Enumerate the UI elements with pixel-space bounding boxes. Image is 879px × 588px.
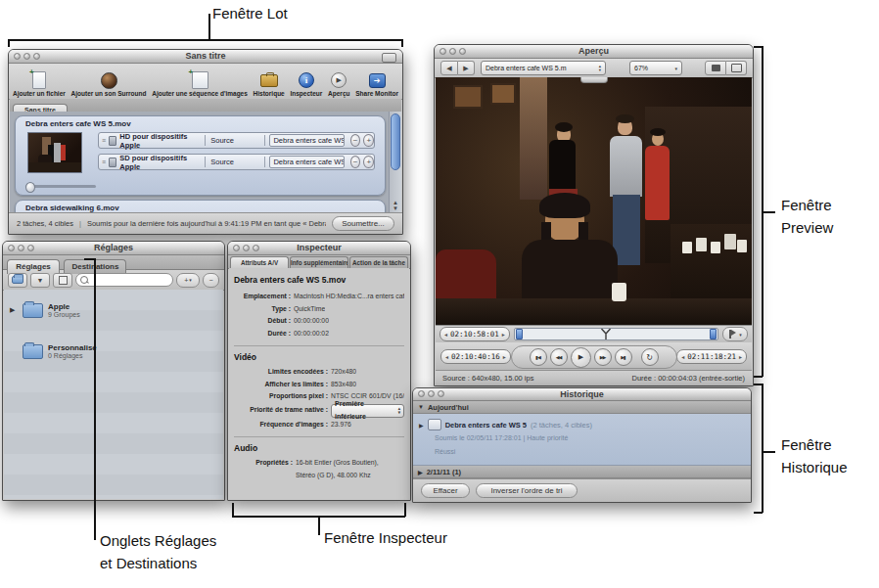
preview-transport: ◂ 02:10:40:16 ▸ H ▮◀ ◀◀ ▶ ▶▶ ▶▮ ↻ H ◂ 02… bbox=[436, 342, 752, 370]
zoom-button[interactable] bbox=[438, 390, 444, 397]
preview-titlebar[interactable]: Aperçu bbox=[435, 45, 753, 59]
source-view-button[interactable] bbox=[705, 61, 726, 75]
playhead-icon[interactable] bbox=[600, 329, 612, 339]
new-group-button[interactable] bbox=[8, 273, 27, 288]
disclosure-icon[interactable]: ▶ bbox=[418, 469, 423, 475]
disclosure-icon[interactable]: ▶ bbox=[419, 422, 424, 429]
target-output-field[interactable]: Debra enters cafe WS ... bbox=[269, 156, 344, 168]
history-entry[interactable]: ▶ Debra enters cafe WS 5 (2 tâches, 4 ci… bbox=[413, 414, 751, 466]
history-button[interactable]: Historique bbox=[254, 71, 285, 97]
close-button[interactable] bbox=[233, 245, 240, 251]
remove-target-button[interactable]: − bbox=[350, 134, 361, 147]
batch-scrollbar[interactable]: ▲ ▼ bbox=[389, 112, 401, 212]
duplicate-icon bbox=[59, 276, 68, 285]
fast-forward-button[interactable]: ▶▶ bbox=[594, 348, 612, 366]
disclosure-icon[interactable]: ▶ bbox=[10, 306, 18, 314]
minimize-button[interactable] bbox=[23, 53, 30, 60]
history-group-today[interactable]: ▼ Aujourd'hui bbox=[413, 401, 751, 414]
group-name: Personnalisé bbox=[48, 343, 97, 352]
zoom-button[interactable] bbox=[33, 53, 40, 60]
clear-button[interactable]: Effacer bbox=[421, 483, 470, 498]
zoom-button[interactable] bbox=[253, 245, 259, 251]
remove-target-button[interactable]: − bbox=[350, 156, 361, 168]
inspector-titlebar[interactable]: Inspecteur bbox=[228, 242, 410, 255]
scroll-down-icon[interactable]: ▼ bbox=[393, 205, 398, 211]
close-button[interactable] bbox=[440, 48, 446, 55]
in-point-marker[interactable] bbox=[516, 329, 523, 339]
source-popup[interactable]: Debra enters cafe WS 5.m ▴▾ bbox=[481, 61, 606, 75]
job-card[interactable]: Debra sidewalking 6.mov ≡ − + bbox=[15, 200, 386, 212]
history-titlebar[interactable]: Historique bbox=[413, 388, 751, 401]
batch-toolbar: Ajouter un fichier Ajouter un son Surrou… bbox=[9, 64, 402, 100]
scene-shape bbox=[645, 146, 670, 220]
row-grip-icon[interactable]: ≡ bbox=[102, 158, 106, 165]
add-file-button[interactable]: Ajouter un fichier bbox=[13, 71, 66, 97]
add-surround-button[interactable]: Ajouter un son Surround bbox=[71, 71, 147, 97]
tab-additional-info[interactable]: Info supplémentaires bbox=[290, 256, 348, 268]
callout-history-tick bbox=[762, 451, 775, 453]
history-group-older[interactable]: ▶ 2/11/11 (1) bbox=[413, 466, 751, 478]
batch-titlebar[interactable]: Sans titre bbox=[9, 50, 402, 64]
close-button[interactable] bbox=[14, 53, 21, 60]
playhead-timecode-field[interactable]: ◂ 02:10:58:01 ▸ bbox=[440, 327, 510, 341]
zoom-popup[interactable]: 67% ▾ bbox=[629, 61, 682, 75]
previous-frame-button[interactable]: ▮◀ bbox=[530, 348, 547, 366]
add-image-sequence-button[interactable]: Ajouter une séquence d'images bbox=[152, 71, 248, 97]
scrollbar-thumb[interactable] bbox=[391, 113, 400, 170]
scrubber-track[interactable] bbox=[514, 328, 718, 340]
step-forward-icon[interactable]: ▸ bbox=[502, 331, 505, 338]
minimize-button[interactable] bbox=[18, 245, 24, 251]
rewind-button[interactable]: ◀◀ bbox=[550, 348, 568, 366]
tab-av-attributes[interactable]: Attributs A/V bbox=[230, 256, 289, 268]
out-timecode-field[interactable]: ◂ 02:11:18:21 ▸ bbox=[676, 349, 747, 364]
remove-setting-button[interactable]: − bbox=[203, 273, 219, 288]
settings-group-row[interactable]: ▶ Apple 9 Groupes bbox=[4, 290, 223, 331]
close-button[interactable] bbox=[418, 390, 425, 397]
play-button[interactable]: ▶ bbox=[571, 347, 591, 368]
minimize-button[interactable] bbox=[243, 245, 250, 251]
next-item-button[interactable]: ▶ bbox=[458, 61, 475, 75]
target-row[interactable]: ≡ HD pour dispositifs Apple Source Debra… bbox=[98, 132, 375, 149]
in-timecode-field[interactable]: ◂ 02:10:40:16 ▸ bbox=[440, 349, 511, 364]
minimize-button[interactable] bbox=[449, 48, 456, 55]
thumbnail-scrubber[interactable] bbox=[25, 185, 96, 188]
target-row[interactable]: ≡ SD pour dispositifs Apple Source Debra… bbox=[98, 154, 375, 170]
settings-group-row[interactable]: Personnalisé 0 Réglages bbox=[4, 331, 223, 372]
previous-item-button[interactable]: ◀ bbox=[440, 61, 458, 75]
target-output-field[interactable]: Debra enters cafe WS ... bbox=[269, 134, 344, 147]
submit-button[interactable]: Soumettre... bbox=[332, 216, 394, 231]
out-point-marker[interactable] bbox=[710, 329, 717, 339]
toolbar-toggle-icon[interactable] bbox=[382, 53, 396, 63]
add-target-button[interactable]: + bbox=[363, 134, 374, 147]
marker-menu-button[interactable]: ▾ bbox=[722, 327, 748, 341]
preview-button[interactable]: ▶ Aperçu bbox=[328, 71, 349, 97]
job-card[interactable]: Debra enters cafe WS 5.mov ≡ HD pour dis… bbox=[15, 115, 386, 196]
next-frame-button[interactable]: ▶▮ bbox=[615, 348, 632, 366]
tab-reglages[interactable]: Réglages bbox=[7, 259, 60, 274]
close-button[interactable] bbox=[8, 245, 15, 251]
step-back-icon[interactable]: ◂ bbox=[444, 331, 447, 338]
share-monitor-button[interactable]: ➔ Share Monitor bbox=[355, 71, 398, 97]
disclosure-icon[interactable]: ▼ bbox=[418, 404, 424, 410]
loop-button[interactable]: ↻ bbox=[641, 348, 659, 366]
batch-content: Debra enters cafe WS 5.mov ≡ HD pour dis… bbox=[10, 112, 401, 212]
add-setting-button[interactable]: +▾ bbox=[176, 273, 200, 288]
field-order-dropdown[interactable]: Première inférieure ▴▾ bbox=[331, 404, 404, 418]
target-setting: SD pour dispositifs Apple bbox=[119, 154, 205, 171]
import-setting-button[interactable]: ▼ bbox=[30, 273, 50, 288]
field-label: Durée : bbox=[234, 328, 294, 340]
zoom-button[interactable] bbox=[459, 48, 466, 55]
split-handle[interactable] bbox=[580, 77, 608, 83]
add-target-button[interactable]: + bbox=[363, 156, 374, 168]
duplicate-setting-button[interactable] bbox=[53, 273, 72, 288]
tab-job-action[interactable]: Action de la tâche bbox=[349, 256, 408, 268]
minimize-button[interactable] bbox=[428, 390, 435, 397]
settings-titlebar[interactable]: Réglages bbox=[3, 242, 224, 255]
search-field[interactable] bbox=[75, 273, 173, 287]
scene-shape bbox=[737, 240, 747, 252]
output-view-button[interactable] bbox=[726, 61, 747, 75]
reverse-sort-button[interactable]: Inverser l'ordre de tri bbox=[476, 483, 578, 498]
inspector-button[interactable]: i Inspecteur bbox=[290, 71, 322, 97]
zoom-button[interactable] bbox=[27, 245, 34, 251]
row-grip-icon[interactable]: ≡ bbox=[102, 137, 106, 144]
